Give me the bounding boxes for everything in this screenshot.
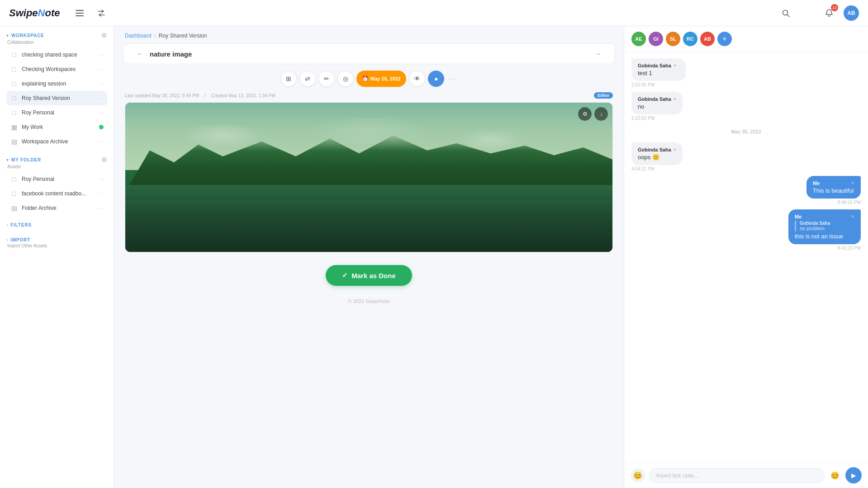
member-avatar-gi[interactable]: GI	[649, 32, 663, 46]
meta-created: Created May 13, 2022, 1:34 PM	[211, 93, 275, 98]
msg-sender-chevron[interactable]: ▾	[674, 147, 676, 152]
breadcrumb-home[interactable]: Dashboard	[125, 33, 152, 39]
toolbar-layout-btn[interactable]: ⊞	[280, 71, 297, 87]
myfolder-gear-icon[interactable]: ⚙	[101, 156, 107, 163]
item-more-icon[interactable]: ···	[99, 138, 104, 145]
sidebar-item-workspace-archive[interactable]: ▤ Workspace Archive ···	[6, 134, 107, 149]
msg-time: 8:40:16 PM	[838, 200, 861, 205]
main-layout: ▾ WORKSPACE ⚙ Collaboration □ checking s…	[0, 26, 868, 488]
grid-menu-icon[interactable]	[73, 7, 86, 19]
filters-collapse-icon[interactable]: ›	[6, 223, 8, 227]
msg-sender-chevron[interactable]: ▾	[674, 63, 676, 68]
notification-bell[interactable]: 10	[822, 6, 836, 20]
chat-message-2: Gobinda Saha ▾ no 2:20:53 PM	[631, 92, 781, 121]
sidebar-item-label: Roy Personal	[22, 109, 95, 116]
import-collapse-icon[interactable]: ›	[6, 237, 8, 242]
msg-sender-name: Gobinda Saha	[638, 96, 671, 102]
toolbar-date-btn[interactable]: ⏰ May 26, 2022	[356, 71, 406, 87]
image-reflection	[125, 200, 612, 252]
mark-done-container: ✓ Mark as Done	[114, 260, 624, 295]
item-more-icon[interactable]: ···	[99, 95, 104, 101]
toolbar-edit-btn[interactable]: ✏	[318, 71, 335, 87]
mark-done-button[interactable]: ✓ Mark as Done	[326, 265, 412, 286]
search-icon[interactable]	[778, 6, 793, 20]
msg-sender-name: Gobinda Saha	[638, 147, 671, 152]
sidebar-item-explaining-session[interactable]: □ explaining session ···	[6, 76, 107, 91]
emoji-button[interactable]: 😊	[631, 468, 645, 483]
item-more-icon[interactable]: ···	[99, 66, 104, 72]
toolbar-share-btn[interactable]: ⇄	[299, 71, 316, 87]
item-more-icon[interactable]: ···	[99, 190, 104, 197]
toolbar-separator: ···	[449, 74, 455, 84]
header-right: 10 AB	[778, 5, 859, 21]
chat-message-4: Me ✕ This is beautiful 8:40:16 PM	[806, 176, 861, 205]
swap-icon[interactable]	[95, 7, 108, 19]
item-more-icon[interactable]: ···	[99, 176, 104, 182]
chat-messages: Gobinda Saha ▾ test 1 2:02:05 PM Gobinda…	[624, 52, 868, 462]
emoji2-button[interactable]: 😊	[828, 469, 842, 482]
msg-sender-name: Gobinda Saha	[638, 63, 671, 68]
add-member-button[interactable]: +	[717, 32, 732, 46]
chat-input-field[interactable]	[649, 468, 825, 483]
sidebar-item-checking-workspaces[interactable]: □ Checking Workspaces ···	[6, 62, 107, 76]
mark-done-check-icon: ✓	[342, 271, 348, 280]
member-avatar-ab[interactable]: AB	[700, 32, 715, 46]
editor-badge: Editor	[594, 92, 613, 99]
msg-quote-name: Gobinda Saha	[800, 221, 854, 226]
image-settings-icon[interactable]: ⚙	[578, 107, 592, 121]
msg-text: this is not an issue	[795, 233, 854, 240]
workspace-collapse-icon[interactable]: ▾	[6, 33, 9, 38]
member-avatar-rc[interactable]: RC	[683, 32, 697, 46]
item-more-icon[interactable]: ···	[99, 81, 104, 87]
footer-text: © 2022 SwipeNote	[348, 298, 390, 304]
folder-icon: □	[10, 80, 18, 88]
image-download-icon[interactable]: ↓	[594, 107, 608, 121]
breadcrumb-current: Roy Shared Version	[159, 33, 207, 39]
sidebar-item-roy-personal-2[interactable]: □ Roy Personal ···	[6, 172, 107, 186]
notification-count: 10	[831, 4, 838, 11]
user-avatar[interactable]: AB	[844, 5, 859, 21]
sidebar-item-folder-archive[interactable]: ▤ Folder Archive ···	[6, 201, 107, 215]
member-avatar-sl[interactable]: SL	[666, 32, 680, 46]
document-title: nature image	[150, 50, 588, 58]
msg-time: 8:41:23 PM	[838, 246, 861, 251]
sidebar-item-label: explaining session	[22, 81, 95, 87]
msg-text: no	[638, 103, 676, 110]
chat-message-5: Me ✕ Gobinda Saha no problem this is not…	[788, 209, 861, 251]
toolbar-settings-btn[interactable]: ◎	[337, 71, 354, 87]
document-meta: Last updated May 30, 2022, 6:49 PM / Cre…	[114, 90, 624, 102]
sidebar-item-facebook-content[interactable]: □ facebook content roadbo... ···	[6, 186, 107, 201]
sidebar-item-checking-shared[interactable]: □ checking shared space ···	[6, 47, 107, 62]
doc-back-button[interactable]: ←	[134, 48, 145, 59]
meta-updated: Last updated May 30, 2022, 6:49 PM	[125, 93, 199, 98]
sidebar-item-label: checking shared space	[22, 52, 95, 58]
folder-icon: □	[10, 190, 18, 198]
chat-members-bar: AE GI SL RC AB +	[624, 26, 868, 52]
folder-icon: □	[10, 51, 18, 59]
item-more-icon[interactable]: ···	[99, 205, 104, 211]
toolbar-date-label: May 26, 2022	[370, 76, 401, 81]
msg-text: This is beautiful	[813, 187, 854, 194]
item-more-icon[interactable]: ···	[99, 52, 104, 58]
workspace-gear-icon[interactable]: ⚙	[101, 32, 107, 39]
doc-forward-button[interactable]: →	[593, 48, 603, 59]
toolbar-view-btn[interactable]: 👁	[409, 71, 425, 87]
member-avatar-ae[interactable]: AE	[631, 32, 646, 46]
send-button[interactable]: ▶	[845, 467, 862, 483]
msg-sender-chevron[interactable]: ▾	[674, 97, 676, 101]
sidebar-item-roy-shared[interactable]: □ Roy Shared Version ···	[6, 91, 107, 105]
item-more-icon[interactable]: ···	[99, 109, 104, 116]
chat-panel: AE GI SL RC AB + Gobinda Saha ▾ test 1 2…	[624, 26, 868, 488]
sidebar-item-roy-personal[interactable]: □ Roy Personal ···	[6, 105, 107, 120]
theme-icon[interactable]	[800, 6, 815, 20]
sidebar-item-my-work[interactable]: ▦ My Work	[6, 120, 107, 134]
document-image: ⚙ ↓	[125, 103, 612, 252]
msg-sender-chevron[interactable]: ✕	[851, 214, 854, 219]
msg-sender-chevron[interactable]: ✕	[851, 181, 854, 185]
meta-sep: /	[204, 93, 206, 98]
folder-icon: □	[10, 94, 18, 102]
svg-rect-1	[76, 13, 84, 14]
toolbar-user-btn[interactable]: ●	[428, 71, 444, 87]
myfolder-section-title: MY FOLDER	[11, 157, 41, 162]
myfolder-collapse-icon[interactable]: ▾	[6, 157, 9, 162]
